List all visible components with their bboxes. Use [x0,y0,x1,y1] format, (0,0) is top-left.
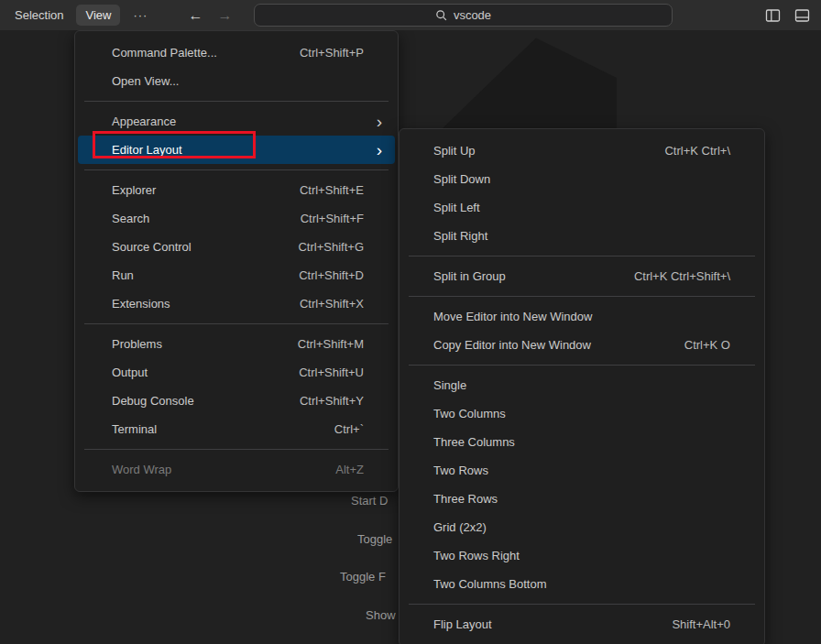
menu-item-shortcut: Ctrl+Shift+U [299,366,384,379]
menu-item-debug-console[interactable]: Debug ConsoleCtrl+Shift+Y [78,387,395,415]
menu-item-explorer[interactable]: ExplorerCtrl+Shift+E [78,176,395,204]
menu-item-command-palette[interactable]: Command Palette...Ctrl+Shift+P [78,38,395,67]
menu-item-shortcut: Ctrl+Shift+E [300,183,384,197]
menu-item-label: Move Editor into New Window [433,310,592,323]
menu-item-split-down[interactable]: Split Down [402,165,761,193]
menu-item-two-rows-right[interactable]: Two Rows Right [402,541,761,570]
menu-item-label: Extensions [112,297,170,311]
search-value: vscode [454,8,491,22]
background-label-show: Show [366,608,396,622]
menu-item-label: Two Columns Bottom [433,577,547,591]
menu-item-split-up[interactable]: Split UpCtrl+K Ctrl+\ [402,136,761,165]
menu-item-extensions[interactable]: ExtensionsCtrl+Shift+X [78,289,395,318]
menu-item-label: Copy Editor into New Window [433,338,591,352]
background-label-start-debugging: Start D [351,494,388,508]
menu-item-label: Split in Group [433,269,506,283]
menu-item-label: Split Left [433,201,480,214]
menu-item-label: Grid (2x2) [433,520,487,534]
menu-item-shortcut: Ctrl+` [334,422,384,436]
menu-item-label: Output [112,366,148,379]
menu-item-run[interactable]: RunCtrl+Shift+D [78,261,395,289]
menu-item-terminal[interactable]: TerminalCtrl+` [78,415,395,443]
menu-item-label: Terminal [112,422,157,436]
menu-item-label: Two Rows [433,464,488,477]
menu-item-two-columns-bottom[interactable]: Two Columns Bottom [402,570,761,598]
menu-item-shortcut: Alt+Z [335,463,384,476]
menu-item-shortcut: Ctrl+Shift+P [300,46,384,60]
menu-item-shortcut: Shift+Alt+0 [672,617,750,631]
menu-item-two-columns[interactable]: Two Columns [402,399,761,428]
menu-item-three-rows[interactable]: Three Rows [402,485,761,513]
menu-item-label: Single [433,378,466,392]
menu-item-copy-editor-into-new-window[interactable]: Copy Editor into New WindowCtrl+K O [402,331,761,359]
menu-item-output[interactable]: OutputCtrl+Shift+U [78,358,395,387]
menu-item-search[interactable]: SearchCtrl+Shift+F [78,204,395,233]
menu-item-label: Two Columns [433,407,506,420]
menu-item-shortcut: Ctrl+Shift+D [299,268,384,282]
menu-item-label: Word Wrap [112,463,171,476]
menu-item-label: Split Right [433,229,487,243]
layout-sidebar-icon[interactable] [765,8,781,23]
menu-item-shortcut: Ctrl+K Ctrl+Shift+\ [634,269,750,283]
menu-item-split-left[interactable]: Split Left [402,193,761,222]
menu-item-label: Three Columns [433,435,515,449]
editor-layout-submenu: Split UpCtrl+K Ctrl+\Split DownSplit Lef… [399,128,765,644]
background-label-toggle-full-screen: Toggle F [340,570,386,584]
menu-item-grid-2x2[interactable]: Grid (2x2) [402,513,761,541]
menu-item-shortcut: Ctrl+Shift+X [300,297,384,311]
submenu-chevron-icon: › [377,114,384,129]
menu-separator [84,101,389,102]
menu-item-shortcut: Ctrl+Shift+G [298,240,384,254]
submenu-chevron-icon: › [377,142,384,158]
menu-item-label: Split Down [433,172,490,186]
menu-item-shortcut: Ctrl+Shift+M [298,337,384,351]
menu-separator [84,449,389,450]
menu-item-move-editor-into-new-window[interactable]: Move Editor into New Window [402,302,761,331]
annotation-red-box [93,131,256,158]
menu-separator [409,296,755,297]
menu-item-label: Three Rows [433,492,498,506]
menu-separator [84,169,389,170]
titlebar: Selection View ··· ← → vscode [0,0,821,30]
menubar-overflow-button[interactable]: ··· [127,5,153,26]
menu-item-label: Appearance [112,115,176,128]
nav-back-icon[interactable]: ← [188,8,203,23]
menu-item-label: Debug Console [112,394,194,408]
menubar-item-selection[interactable]: Selection [9,5,69,26]
menu-separator [409,365,755,366]
menu-item-label: Flip Layout [433,617,492,631]
vscode-logo-watermark [433,31,617,128]
menu-item-label: Two Rows Right [433,549,520,562]
menu-item-three-columns[interactable]: Three Columns [402,428,761,456]
menubar-item-view[interactable]: View [76,5,120,26]
menu-item-source-control[interactable]: Source ControlCtrl+Shift+G [78,233,395,261]
menu-item-split-in-group[interactable]: Split in GroupCtrl+K Ctrl+Shift+\ [402,262,761,290]
menu-item-word-wrap: Word WrapAlt+Z [78,455,395,484]
menu-item-shortcut: Ctrl+Shift+F [301,212,384,225]
menu-item-problems[interactable]: ProblemsCtrl+Shift+M [78,330,395,358]
nav-forward-icon: → [217,8,232,23]
search-icon [435,9,448,22]
menu-item-shortcut: Ctrl+K O [684,338,750,352]
menu-item-label: Explorer [112,183,156,197]
layout-panel-icon[interactable] [794,8,810,23]
menu-item-split-right[interactable]: Split Right [402,222,761,250]
menu-item-two-rows[interactable]: Two Rows [402,456,761,485]
menu-item-open-view[interactable]: Open View... [78,67,395,95]
background-label-toggle-terminal: Toggle [357,532,392,546]
menu-item-label: Open View... [112,74,179,88]
menu-separator [84,323,389,324]
menu-item-label: Split Up [433,144,476,158]
menu-item-label: Problems [112,337,162,351]
menu-item-shortcut: Ctrl+Shift+Y [300,394,384,408]
menu-separator [409,604,755,605]
menu-item-label: Run [112,268,134,282]
menu-item-flip-layout[interactable]: Flip LayoutShift+Alt+0 [402,610,761,639]
menu-item-shortcut: Ctrl+K Ctrl+\ [664,144,750,158]
vscode-window: Start D Toggle Toggle F Show Selection V… [0,0,821,644]
menu-separator [409,256,755,257]
menu-item-label: Source Control [112,240,192,254]
command-center-search[interactable]: vscode [254,4,673,27]
menu-item-label: Command Palette... [112,46,217,60]
menu-item-single[interactable]: Single [402,371,761,399]
